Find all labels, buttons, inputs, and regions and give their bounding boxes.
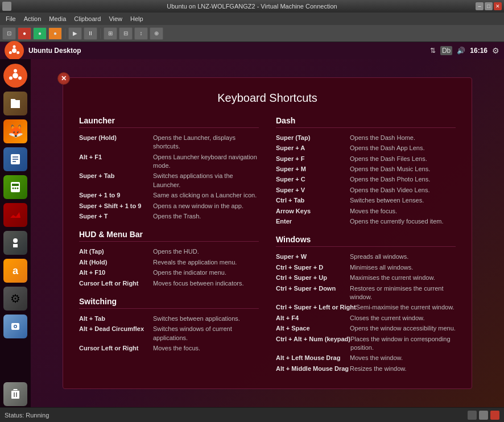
svg-point-15 xyxy=(15,188,16,189)
status-text: Status: Running xyxy=(5,412,49,419)
shortcut-desc: Reveals the application menu. xyxy=(153,258,237,267)
shortcut-desc: Opens the Dash App Lens. xyxy=(350,144,424,152)
panel-right: ⇅ Db 🔊 16:16 ⚙ xyxy=(430,46,499,55)
shortcut-desc: Opens the Dash Files Lens. xyxy=(350,155,427,163)
ubuntu-logo[interactable] xyxy=(5,41,24,60)
shortcut-desc: Switches windows of current applications… xyxy=(153,325,259,342)
svg-rect-13 xyxy=(12,184,19,186)
shortcut-key: Super + A xyxy=(276,144,350,152)
toolbar-btn-4[interactable]: ● xyxy=(48,27,62,40)
shortcut-row: Super + Tab Switches applications via th… xyxy=(79,172,259,189)
toolbar-btn-rec[interactable]: ● xyxy=(18,27,31,40)
shortcuts-columns: Launcher Super (Hold) Opens the Launcher… xyxy=(79,116,456,375)
switching-section-title: Switching xyxy=(79,297,259,309)
sidebar-ubuntu-icon[interactable] xyxy=(3,64,27,88)
shortcut-desc: Opens a new window in the app. xyxy=(153,202,243,210)
menu-action[interactable]: Action xyxy=(20,14,45,23)
sidebar-item-amazon[interactable]: a xyxy=(3,259,27,283)
shortcut-row: Super + F Opens the Dash Files Lens. xyxy=(276,155,456,163)
shortcut-key: Super (Tap) xyxy=(276,134,350,142)
shortcut-desc: Opens the Launcher, displays shortcuts. xyxy=(153,134,259,151)
ubuntu-icon-svg xyxy=(9,69,22,82)
menu-media[interactable]: Media xyxy=(46,14,69,23)
sidebar-item-calc[interactable] xyxy=(3,175,27,199)
panel-time: 16:16 xyxy=(470,47,488,55)
menu-view[interactable]: View xyxy=(105,14,126,23)
minimize-button[interactable]: – xyxy=(476,2,484,10)
toolbar-btn-pause[interactable]: ⏸ xyxy=(84,27,97,40)
svg-point-1 xyxy=(13,45,16,48)
shortcut-desc: Moves the window. xyxy=(350,354,403,362)
content-area: ✕ Keyboard Shortcuts Launcher Super (Hol… xyxy=(31,59,504,407)
sidebar-item-files[interactable] xyxy=(3,92,27,115)
shortcut-key: Ctrl + Super + Up xyxy=(276,274,350,282)
shortcut-row: Alt + F10 Opens the indicator menu. xyxy=(79,268,259,277)
shortcut-key: Ctrl + Super + D xyxy=(276,263,350,272)
sidebar: 🦊 a ⚙ xyxy=(0,59,31,407)
main-area: 🦊 a ⚙ ✕ xyxy=(0,59,504,407)
toolbar-btn-6[interactable]: ⊟ xyxy=(119,27,133,40)
shortcut-row: Alt + Dead Circumflex Switches windows o… xyxy=(79,325,259,342)
shortcut-row: Ctrl + Tab Switches between Lenses. xyxy=(276,196,456,205)
status-icon-3 xyxy=(490,411,499,420)
shortcut-key: Alt + Left Mouse Drag xyxy=(276,354,350,362)
sidebar-item-disks[interactable] xyxy=(3,315,27,338)
title-bar-left xyxy=(2,2,11,11)
shortcut-row: Ctrl + Super + Up Maximises the current … xyxy=(276,274,456,282)
toolbar-btn-3[interactable]: ● xyxy=(33,27,47,40)
shortcut-row: Ctrl + Super + D Minimises all windows. xyxy=(276,263,456,272)
shortcut-desc: Same as clicking on a Launcher icon. xyxy=(153,191,257,200)
toolbar-btn-7[interactable]: ↕ xyxy=(134,27,148,40)
shortcuts-right-col: Dash Super (Tap) Opens the Dash Home. Su… xyxy=(276,116,456,375)
shortcut-desc: Semi-maximise the current window. xyxy=(356,303,455,312)
sidebar-item-draw[interactable] xyxy=(3,203,27,227)
toolbar-btn-1[interactable]: ⊡ xyxy=(2,27,16,40)
sidebar-item-synaptic[interactable] xyxy=(3,231,27,255)
shortcut-desc: Opens the Dash Photo Lens. xyxy=(350,175,430,184)
sidebar-item-trash[interactable] xyxy=(3,382,27,406)
window-title: Ubuntu on LNZ-WOLFGANGZ2 - Virtual Machi… xyxy=(167,3,337,10)
menu-help[interactable]: Help xyxy=(127,14,147,23)
shortcut-desc: Opens the window accessibility menu. xyxy=(350,324,456,333)
status-icon-2 xyxy=(479,411,488,420)
hud-section-title: HUD & Menu Bar xyxy=(79,230,259,242)
shortcuts-left-col: Launcher Super (Hold) Opens the Launcher… xyxy=(79,116,259,375)
shortcut-key: Super + Tab xyxy=(79,172,153,189)
shortcut-desc: Spreads all windows. xyxy=(350,253,408,261)
sidebar-item-settings[interactable]: ⚙ xyxy=(3,287,27,311)
toolbar-btn-8[interactable]: ⊕ xyxy=(150,27,163,40)
shortcut-key: Alt + Dead Circumflex xyxy=(79,325,153,342)
menu-bar: File Action Media Clipboard View Help xyxy=(0,13,504,25)
shortcut-desc: Restores or minimises the current window… xyxy=(350,284,456,302)
menu-file[interactable]: File xyxy=(2,14,19,23)
panel-title: Ubuntu Desktop xyxy=(28,47,81,55)
shortcut-desc: Closes the current window. xyxy=(350,314,424,322)
close-button[interactable]: ✕ xyxy=(494,2,502,10)
shortcut-key: Ctrl + Super + Left or Right xyxy=(276,303,356,312)
shortcut-key: Alt + Middle Mouse Drag xyxy=(276,365,350,373)
ubuntu-logo-svg xyxy=(9,45,20,56)
shortcut-desc: Opens Launcher keyboard navigation mode. xyxy=(153,153,259,171)
modal-close-button[interactable]: ✕ xyxy=(57,72,70,85)
menu-clipboard[interactable]: Clipboard xyxy=(71,14,104,23)
shortcut-key: Super + C xyxy=(276,175,350,184)
sidebar-item-writer[interactable] xyxy=(3,147,27,171)
status-icon-1 xyxy=(468,411,477,420)
svg-point-5 xyxy=(14,69,17,73)
maximize-button[interactable]: □ xyxy=(485,2,493,10)
svg-rect-12 xyxy=(11,182,20,192)
toolbar-btn-play[interactable]: ▶ xyxy=(68,27,82,40)
gear-icon[interactable]: ⚙ xyxy=(492,46,499,55)
sidebar-item-firefox[interactable]: 🦊 xyxy=(3,119,27,143)
launcher-section-title: Launcher xyxy=(79,116,259,128)
svg-point-17 xyxy=(13,238,18,243)
shortcut-row: Enter Opens the currently focused item. xyxy=(276,217,456,226)
status-right xyxy=(468,411,499,420)
svg-point-16 xyxy=(17,188,19,189)
shortcut-key: Super + Shift + 1 to 9 xyxy=(79,202,153,210)
shortcut-desc: Minimises all windows. xyxy=(350,263,413,272)
toolbar-btn-5[interactable]: ⊞ xyxy=(104,27,117,40)
vm-icon xyxy=(2,2,11,11)
svg-point-14 xyxy=(13,188,14,189)
hud-shortcuts: Alt (Tap) Opens the HUD. Alt (Hold) Reve… xyxy=(79,247,259,288)
